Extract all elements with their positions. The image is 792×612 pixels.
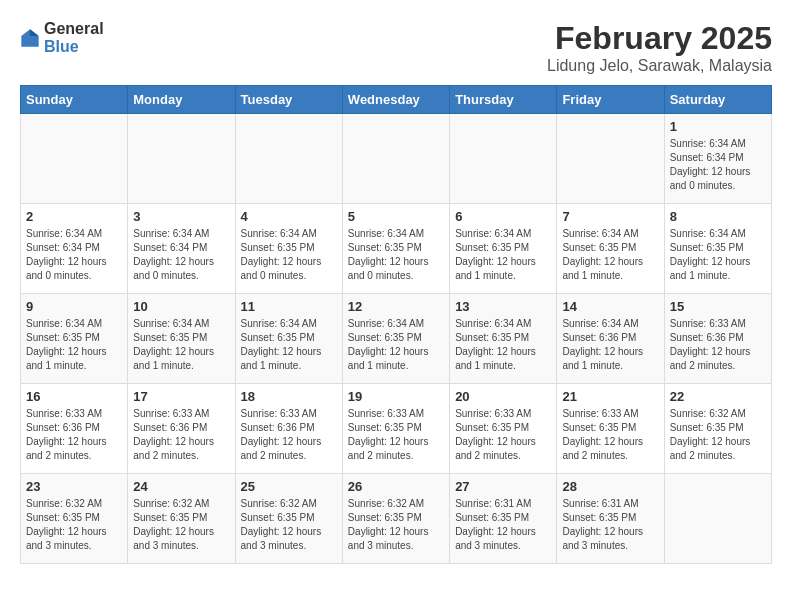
calendar-cell: 24Sunrise: 6:32 AM Sunset: 6:35 PM Dayli…: [128, 474, 235, 564]
col-thursday: Thursday: [450, 86, 557, 114]
calendar-cell: [235, 114, 342, 204]
day-number: 10: [133, 299, 229, 314]
logo-blue: Blue: [44, 38, 104, 56]
calendar-cell: 15Sunrise: 6:33 AM Sunset: 6:36 PM Dayli…: [664, 294, 771, 384]
calendar-cell: 27Sunrise: 6:31 AM Sunset: 6:35 PM Dayli…: [450, 474, 557, 564]
calendar-cell: [342, 114, 449, 204]
calendar-cell: 18Sunrise: 6:33 AM Sunset: 6:36 PM Dayli…: [235, 384, 342, 474]
logo-icon: [20, 28, 40, 48]
calendar-cell: 6Sunrise: 6:34 AM Sunset: 6:35 PM Daylig…: [450, 204, 557, 294]
day-info: Sunrise: 6:34 AM Sunset: 6:35 PM Dayligh…: [133, 317, 229, 373]
day-info: Sunrise: 6:34 AM Sunset: 6:35 PM Dayligh…: [241, 317, 337, 373]
calendar-cell: 28Sunrise: 6:31 AM Sunset: 6:35 PM Dayli…: [557, 474, 664, 564]
logo-text: General Blue: [44, 20, 104, 55]
day-number: 18: [241, 389, 337, 404]
header: General Blue February 2025 Lidung Jelo, …: [20, 20, 772, 75]
day-info: Sunrise: 6:34 AM Sunset: 6:35 PM Dayligh…: [455, 227, 551, 283]
day-number: 22: [670, 389, 766, 404]
day-info: Sunrise: 6:34 AM Sunset: 6:34 PM Dayligh…: [670, 137, 766, 193]
calendar-cell: [450, 114, 557, 204]
calendar-cell: 2Sunrise: 6:34 AM Sunset: 6:34 PM Daylig…: [21, 204, 128, 294]
day-number: 9: [26, 299, 122, 314]
calendar-cell: 22Sunrise: 6:32 AM Sunset: 6:35 PM Dayli…: [664, 384, 771, 474]
calendar-cell: 16Sunrise: 6:33 AM Sunset: 6:36 PM Dayli…: [21, 384, 128, 474]
day-info: Sunrise: 6:34 AM Sunset: 6:35 PM Dayligh…: [455, 317, 551, 373]
logo: General Blue: [20, 20, 104, 55]
calendar-cell: 23Sunrise: 6:32 AM Sunset: 6:35 PM Dayli…: [21, 474, 128, 564]
calendar-cell: 25Sunrise: 6:32 AM Sunset: 6:35 PM Dayli…: [235, 474, 342, 564]
day-info: Sunrise: 6:34 AM Sunset: 6:34 PM Dayligh…: [133, 227, 229, 283]
day-number: 2: [26, 209, 122, 224]
day-info: Sunrise: 6:33 AM Sunset: 6:35 PM Dayligh…: [562, 407, 658, 463]
day-number: 13: [455, 299, 551, 314]
day-number: 28: [562, 479, 658, 494]
day-info: Sunrise: 6:33 AM Sunset: 6:35 PM Dayligh…: [455, 407, 551, 463]
header-row: Sunday Monday Tuesday Wednesday Thursday…: [21, 86, 772, 114]
calendar-subtitle: Lidung Jelo, Sarawak, Malaysia: [547, 57, 772, 75]
day-number: 19: [348, 389, 444, 404]
calendar-cell: 17Sunrise: 6:33 AM Sunset: 6:36 PM Dayli…: [128, 384, 235, 474]
day-info: Sunrise: 6:33 AM Sunset: 6:35 PM Dayligh…: [348, 407, 444, 463]
calendar-cell: 8Sunrise: 6:34 AM Sunset: 6:35 PM Daylig…: [664, 204, 771, 294]
logo-general: General: [44, 20, 104, 38]
calendar-cell: 1Sunrise: 6:34 AM Sunset: 6:34 PM Daylig…: [664, 114, 771, 204]
calendar-cell: [21, 114, 128, 204]
calendar-cell: 14Sunrise: 6:34 AM Sunset: 6:36 PM Dayli…: [557, 294, 664, 384]
calendar-cell: 12Sunrise: 6:34 AM Sunset: 6:35 PM Dayli…: [342, 294, 449, 384]
day-number: 11: [241, 299, 337, 314]
calendar-cell: [128, 114, 235, 204]
calendar-cell: 3Sunrise: 6:34 AM Sunset: 6:34 PM Daylig…: [128, 204, 235, 294]
day-number: 16: [26, 389, 122, 404]
col-friday: Friday: [557, 86, 664, 114]
day-info: Sunrise: 6:31 AM Sunset: 6:35 PM Dayligh…: [455, 497, 551, 553]
day-number: 4: [241, 209, 337, 224]
day-info: Sunrise: 6:34 AM Sunset: 6:35 PM Dayligh…: [241, 227, 337, 283]
calendar-week-3: 9Sunrise: 6:34 AM Sunset: 6:35 PM Daylig…: [21, 294, 772, 384]
day-number: 8: [670, 209, 766, 224]
col-saturday: Saturday: [664, 86, 771, 114]
day-number: 12: [348, 299, 444, 314]
day-number: 14: [562, 299, 658, 314]
col-wednesday: Wednesday: [342, 86, 449, 114]
day-number: 5: [348, 209, 444, 224]
day-info: Sunrise: 6:32 AM Sunset: 6:35 PM Dayligh…: [241, 497, 337, 553]
day-info: Sunrise: 6:34 AM Sunset: 6:36 PM Dayligh…: [562, 317, 658, 373]
day-info: Sunrise: 6:34 AM Sunset: 6:34 PM Dayligh…: [26, 227, 122, 283]
calendar-cell: [664, 474, 771, 564]
calendar-cell: 11Sunrise: 6:34 AM Sunset: 6:35 PM Dayli…: [235, 294, 342, 384]
day-info: Sunrise: 6:33 AM Sunset: 6:36 PM Dayligh…: [26, 407, 122, 463]
day-info: Sunrise: 6:34 AM Sunset: 6:35 PM Dayligh…: [26, 317, 122, 373]
day-number: 23: [26, 479, 122, 494]
col-tuesday: Tuesday: [235, 86, 342, 114]
day-number: 25: [241, 479, 337, 494]
day-info: Sunrise: 6:32 AM Sunset: 6:35 PM Dayligh…: [133, 497, 229, 553]
day-info: Sunrise: 6:34 AM Sunset: 6:35 PM Dayligh…: [562, 227, 658, 283]
calendar-cell: 4Sunrise: 6:34 AM Sunset: 6:35 PM Daylig…: [235, 204, 342, 294]
calendar-week-2: 2Sunrise: 6:34 AM Sunset: 6:34 PM Daylig…: [21, 204, 772, 294]
calendar-table: Sunday Monday Tuesday Wednesday Thursday…: [20, 85, 772, 564]
col-monday: Monday: [128, 86, 235, 114]
calendar-week-4: 16Sunrise: 6:33 AM Sunset: 6:36 PM Dayli…: [21, 384, 772, 474]
day-info: Sunrise: 6:33 AM Sunset: 6:36 PM Dayligh…: [133, 407, 229, 463]
day-number: 7: [562, 209, 658, 224]
day-number: 1: [670, 119, 766, 134]
calendar-cell: 5Sunrise: 6:34 AM Sunset: 6:35 PM Daylig…: [342, 204, 449, 294]
title-area: February 2025 Lidung Jelo, Sarawak, Mala…: [547, 20, 772, 75]
col-sunday: Sunday: [21, 86, 128, 114]
svg-marker-1: [30, 29, 39, 36]
calendar-cell: [557, 114, 664, 204]
day-info: Sunrise: 6:34 AM Sunset: 6:35 PM Dayligh…: [348, 317, 444, 373]
day-info: Sunrise: 6:32 AM Sunset: 6:35 PM Dayligh…: [26, 497, 122, 553]
calendar-week-1: 1Sunrise: 6:34 AM Sunset: 6:34 PM Daylig…: [21, 114, 772, 204]
day-number: 6: [455, 209, 551, 224]
day-number: 27: [455, 479, 551, 494]
day-number: 24: [133, 479, 229, 494]
day-number: 17: [133, 389, 229, 404]
day-info: Sunrise: 6:32 AM Sunset: 6:35 PM Dayligh…: [670, 407, 766, 463]
calendar-week-5: 23Sunrise: 6:32 AM Sunset: 6:35 PM Dayli…: [21, 474, 772, 564]
calendar-cell: 26Sunrise: 6:32 AM Sunset: 6:35 PM Dayli…: [342, 474, 449, 564]
day-number: 15: [670, 299, 766, 314]
day-info: Sunrise: 6:34 AM Sunset: 6:35 PM Dayligh…: [670, 227, 766, 283]
calendar-cell: 9Sunrise: 6:34 AM Sunset: 6:35 PM Daylig…: [21, 294, 128, 384]
day-number: 21: [562, 389, 658, 404]
